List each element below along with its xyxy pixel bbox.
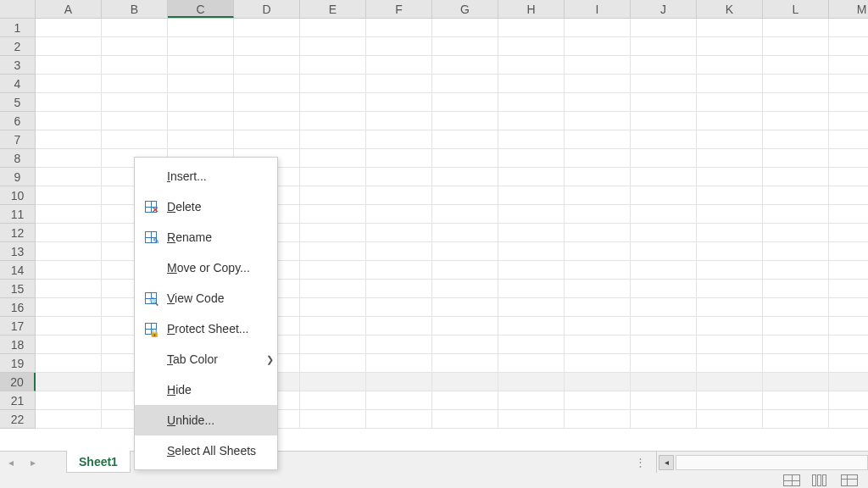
cell[interactable]: [300, 224, 366, 242]
cell[interactable]: [697, 242, 763, 261]
cell[interactable]: [300, 354, 366, 373]
cell[interactable]: [234, 56, 300, 75]
cell[interactable]: [366, 75, 432, 93]
cell[interactable]: [168, 112, 234, 130]
cell[interactable]: [432, 336, 498, 354]
cell[interactable]: [300, 336, 366, 354]
cell[interactable]: [631, 336, 697, 354]
cell[interactable]: [432, 112, 498, 130]
menu-item-insert[interactable]: Insert...: [135, 161, 277, 191]
cell[interactable]: [697, 168, 763, 186]
cell[interactable]: [102, 112, 168, 130]
cell[interactable]: [631, 130, 697, 149]
cell[interactable]: [300, 280, 366, 298]
cell[interactable]: [763, 261, 829, 280]
cell[interactable]: [631, 149, 697, 168]
row-header[interactable]: 18: [0, 336, 36, 354]
cell[interactable]: [432, 373, 498, 391]
cell[interactable]: [498, 37, 565, 56]
cell[interactable]: [763, 75, 829, 93]
cell[interactable]: [697, 354, 763, 373]
cell[interactable]: [631, 391, 697, 410]
cell[interactable]: [631, 19, 697, 37]
cell[interactable]: [36, 298, 102, 317]
menu-item-unhide[interactable]: Unhide...: [135, 405, 277, 435]
cell[interactable]: [697, 37, 763, 56]
cell[interactable]: [234, 112, 300, 130]
cell[interactable]: [498, 56, 565, 75]
cell[interactable]: [763, 149, 829, 168]
column-header[interactable]: B: [102, 0, 168, 18]
cell[interactable]: [763, 373, 829, 391]
row-header[interactable]: 9: [0, 168, 36, 186]
cell[interactable]: [168, 37, 234, 56]
cell[interactable]: [829, 37, 868, 56]
view-page-break-icon[interactable]: [841, 474, 858, 486]
tab-nav-prev[interactable]: ◂: [0, 452, 22, 473]
horizontal-scrollbar[interactable]: ◂: [656, 452, 868, 473]
cell[interactable]: [300, 317, 366, 336]
cell[interactable]: [697, 317, 763, 336]
grid-body[interactable]: 12345678910111213141516171819202122: [0, 19, 868, 451]
cell[interactable]: [631, 168, 697, 186]
cell[interactable]: [36, 391, 102, 410]
cell[interactable]: [36, 354, 102, 373]
cell[interactable]: [631, 56, 697, 75]
cell[interactable]: [498, 410, 565, 429]
cell[interactable]: [498, 130, 565, 149]
cell[interactable]: [763, 112, 829, 130]
cell[interactable]: [366, 56, 432, 75]
cell[interactable]: [300, 205, 366, 224]
cell[interactable]: [829, 280, 868, 298]
cell[interactable]: [829, 130, 868, 149]
row-header[interactable]: 20: [0, 373, 36, 391]
cell[interactable]: [168, 93, 234, 112]
row-header[interactable]: 14: [0, 261, 36, 280]
cell[interactable]: [565, 242, 631, 261]
cell[interactable]: [432, 37, 498, 56]
cell[interactable]: [36, 56, 102, 75]
cell[interactable]: [565, 354, 631, 373]
row-header[interactable]: 15: [0, 280, 36, 298]
cell[interactable]: [36, 186, 102, 205]
cell[interactable]: [631, 317, 697, 336]
cell[interactable]: [432, 280, 498, 298]
cell[interactable]: [498, 373, 565, 391]
cell[interactable]: [697, 391, 763, 410]
cell[interactable]: [565, 261, 631, 280]
cell[interactable]: [300, 37, 366, 56]
cell[interactable]: [36, 224, 102, 242]
cell[interactable]: [366, 149, 432, 168]
cell[interactable]: [300, 19, 366, 37]
cell[interactable]: [631, 205, 697, 224]
cell[interactable]: [300, 391, 366, 410]
cell[interactable]: [631, 298, 697, 317]
cell[interactable]: [565, 410, 631, 429]
cell[interactable]: [300, 168, 366, 186]
column-header[interactable]: C: [168, 0, 234, 18]
cell[interactable]: [36, 410, 102, 429]
cell[interactable]: [300, 93, 366, 112]
cell[interactable]: [565, 37, 631, 56]
cell[interactable]: [498, 168, 565, 186]
cell[interactable]: [829, 261, 868, 280]
menu-item-hide[interactable]: Hide: [135, 374, 277, 405]
cell[interactable]: [432, 19, 498, 37]
cell[interactable]: [829, 317, 868, 336]
cell[interactable]: [763, 37, 829, 56]
cell[interactable]: [366, 130, 432, 149]
cell[interactable]: [763, 410, 829, 429]
row-header[interactable]: 3: [0, 56, 36, 75]
cell[interactable]: [432, 56, 498, 75]
cell[interactable]: [234, 75, 300, 93]
row-header[interactable]: 16: [0, 298, 36, 317]
cell[interactable]: [366, 261, 432, 280]
cell[interactable]: [763, 186, 829, 205]
cell[interactable]: [366, 186, 432, 205]
row-header[interactable]: 21: [0, 391, 36, 410]
cell[interactable]: [432, 186, 498, 205]
cell[interactable]: [697, 75, 763, 93]
tab-overflow-icon[interactable]: ⋮: [626, 452, 656, 473]
cell[interactable]: [763, 336, 829, 354]
cell[interactable]: [829, 410, 868, 429]
